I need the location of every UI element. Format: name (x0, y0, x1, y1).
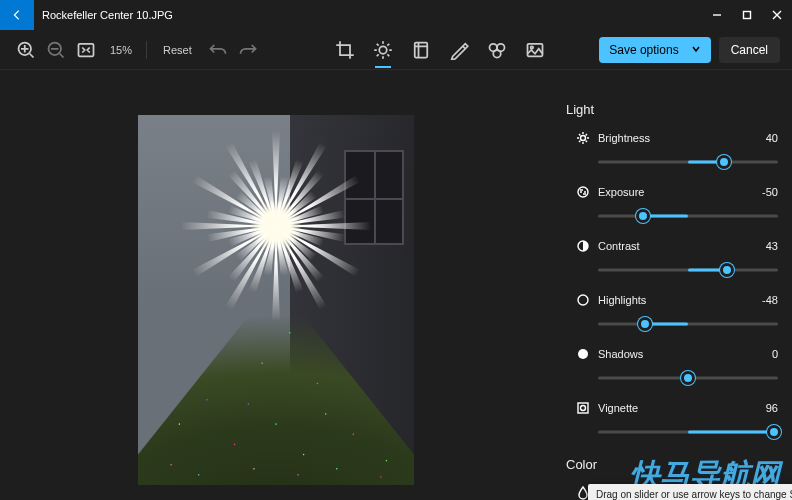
close-button[interactable] (762, 0, 792, 30)
zoom-out-icon (46, 40, 66, 60)
brightness-label: Brightness (598, 132, 766, 144)
shadows-label: Shadows (598, 348, 772, 360)
highlights-label: Highlights (598, 294, 762, 306)
svg-point-8 (493, 50, 501, 58)
undo-icon (208, 40, 228, 60)
cancel-button[interactable]: Cancel (719, 37, 780, 63)
title-bar: Rockefeller Center 10.JPG (0, 0, 792, 30)
svg-rect-0 (744, 12, 751, 19)
saturation-control: S Drag on slider or use arrow keys to ch… (566, 486, 778, 500)
contrast-control: Contrast43 (566, 239, 778, 277)
saturation-tooltip: Drag on slider or use arrow keys to chan… (588, 484, 792, 500)
contrast-label: Contrast (598, 240, 766, 252)
shadows-icon (576, 347, 590, 361)
highlights-slider[interactable] (598, 317, 778, 331)
vignette-icon (576, 401, 590, 415)
filter-icon (411, 40, 431, 60)
image-preview[interactable] (138, 115, 414, 485)
contrast-icon (576, 239, 590, 253)
highlights-icon (576, 293, 590, 307)
fit-icon (76, 40, 96, 60)
highlights-control: Highlights-48 (566, 293, 778, 331)
save-options-button[interactable]: Save options (599, 37, 710, 63)
svg-rect-16 (578, 403, 588, 413)
shadows-slider[interactable] (598, 371, 778, 385)
background-tab[interactable] (525, 40, 545, 60)
brightness-control: Brightness40 (566, 131, 778, 169)
close-icon (772, 10, 782, 20)
back-arrow-icon (10, 8, 24, 22)
retouch-tab[interactable] (487, 40, 507, 60)
markup-tab[interactable] (449, 40, 469, 60)
minimize-icon (712, 10, 722, 20)
brightness-slider[interactable] (598, 155, 778, 169)
minimize-button[interactable] (702, 0, 732, 30)
crop-icon (335, 40, 355, 60)
retouch-icon (487, 40, 507, 60)
maximize-icon (742, 10, 752, 20)
exposure-slider[interactable] (598, 209, 778, 223)
svg-rect-3 (79, 43, 94, 56)
fit-button[interactable] (76, 40, 96, 60)
contrast-value: 43 (766, 240, 778, 252)
canvas-area[interactable] (0, 70, 552, 500)
reset-button[interactable]: Reset (157, 44, 198, 56)
exposure-control: Exposure-50 (566, 185, 778, 223)
window-title: Rockefeller Center 10.JPG (42, 9, 702, 21)
undo-button[interactable] (208, 40, 228, 60)
svg-point-12 (578, 187, 588, 197)
zoom-out-button[interactable] (46, 40, 66, 60)
svg-point-14 (578, 295, 588, 305)
markup-icon (449, 40, 469, 60)
svg-point-15 (578, 349, 588, 359)
exposure-icon (576, 185, 590, 199)
svg-point-17 (581, 406, 586, 411)
exposure-label: Exposure (598, 186, 762, 198)
divider (146, 41, 147, 59)
save-label: Save options (609, 43, 678, 57)
zoom-in-icon (16, 40, 36, 60)
exposure-value: -50 (762, 186, 778, 198)
redo-icon (238, 40, 258, 60)
adjust-icon (373, 40, 393, 60)
brightness-value: 40 (766, 132, 778, 144)
zoom-in-button[interactable] (16, 40, 36, 60)
shadows-control: Shadows0 (566, 347, 778, 385)
brightness-icon (576, 131, 590, 145)
svg-point-10 (531, 46, 534, 49)
adjust-panel: Light Brightness40Exposure-50Contrast43H… (552, 70, 792, 500)
chevron-down-icon (691, 43, 701, 57)
back-button[interactable] (0, 0, 34, 30)
contrast-slider[interactable] (598, 263, 778, 277)
light-header: Light (566, 102, 778, 117)
zoom-level[interactable]: 15% (106, 44, 136, 56)
crop-tab[interactable] (335, 40, 355, 60)
vignette-control: Vignette96 (566, 401, 778, 439)
vignette-value: 96 (766, 402, 778, 414)
svg-point-11 (581, 136, 586, 141)
shadows-value: 0 (772, 348, 778, 360)
redo-button[interactable] (238, 40, 258, 60)
highlights-value: -48 (762, 294, 778, 306)
toolbar: 15% Reset Save options Cancel (0, 30, 792, 70)
vignette-label: Vignette (598, 402, 766, 414)
adjust-tab[interactable] (373, 40, 393, 60)
color-header: Color (566, 457, 778, 472)
background-icon (525, 40, 545, 60)
maximize-button[interactable] (732, 0, 762, 30)
filters-tab[interactable] (411, 40, 431, 60)
svg-rect-5 (415, 42, 428, 57)
vignette-slider[interactable] (598, 425, 778, 439)
svg-point-4 (379, 46, 387, 54)
